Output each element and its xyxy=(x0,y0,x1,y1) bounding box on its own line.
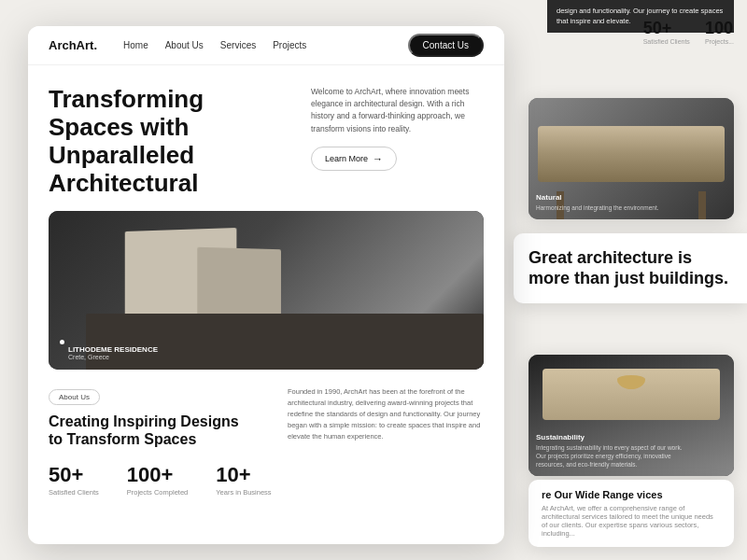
nav-links: Home About Us Services Projects xyxy=(123,40,408,50)
services-card: re Our Wide Range vices At ArchArt, we o… xyxy=(529,480,734,547)
stat-right-projects-label: Projects... xyxy=(705,38,734,45)
stat-clients-number: 50+ xyxy=(49,463,99,487)
about-pill[interactable]: About Us xyxy=(49,389,100,405)
nav-home[interactable]: Home xyxy=(123,40,148,50)
about-title-line1: Creating Inspiring Designs xyxy=(49,413,239,429)
sustainability-image-card: Sustainability Integrating sustainabilit… xyxy=(529,355,734,476)
natural-image-card: Natural Harmonizing and integrating the … xyxy=(529,98,734,219)
stat-right-clients-number: 50+ xyxy=(643,19,690,38)
location-name: LITHODEME RESIDENCE xyxy=(68,345,158,354)
sustainability-desc: Integrating sustainability into every as… xyxy=(536,443,685,469)
sustainability-label: Sustainability xyxy=(536,433,685,441)
stats-right: 50+ Satisfied Clients 100 Projects... xyxy=(643,19,734,45)
nav-services[interactable]: Services xyxy=(220,40,256,50)
about-title-line2: to Transform Spaces xyxy=(49,431,196,447)
natural-desc: Harmonizing and integrating the environm… xyxy=(536,203,659,212)
hero-title: Transforming Spaces with Unparalleled Ar… xyxy=(49,86,294,198)
table-leg-right xyxy=(698,191,706,219)
hero-desc-block: Welcome to ArchArt, where innovation mee… xyxy=(311,86,484,171)
stat-years-number: 10+ xyxy=(216,463,271,487)
stat-right-projects: 100 Projects... xyxy=(705,19,734,45)
dot-icon xyxy=(60,340,64,344)
stat-clients-label: Satisfied Clients xyxy=(49,488,99,497)
stat-right-clients: 50+ Satisfied Clients xyxy=(643,19,690,45)
nav-about[interactable]: About Us xyxy=(165,40,204,50)
stat-projects-label: Projects Completed xyxy=(127,488,188,497)
services-title: re Our Wide Range vices xyxy=(542,489,721,500)
navbar: ArchArt. Home About Us Services Projects… xyxy=(28,26,504,65)
contact-button[interactable]: Contact Us xyxy=(408,34,484,57)
bottom-card-bg: Sustainability Integrating sustainabilit… xyxy=(529,355,734,476)
about-left: About Us Creating Inspiring Designs to T… xyxy=(49,386,271,448)
about-title: Creating Inspiring Designs to Transform … xyxy=(49,413,271,448)
stat-years-label: Years in Business xyxy=(216,488,271,497)
image-location-label: LITHODEME RESIDENCE Crete, Greece xyxy=(60,339,158,360)
about-description: Founded in 1990, ArchArt has been at the… xyxy=(288,386,484,442)
hero-description: Welcome to ArchArt, where innovation mee… xyxy=(311,86,484,135)
hero-image: LITHODEME RESIDENCE Crete, Greece xyxy=(49,211,484,370)
quote-text: Great architecture is more than just bui… xyxy=(529,248,732,288)
stat-projects-number: 100+ xyxy=(127,463,188,487)
stat-right-clients-label: Satisfied Clients xyxy=(643,38,690,45)
stats-section: 50+ Satisfied Clients 100+ Projects Comp… xyxy=(28,448,504,497)
stat-projects: 100+ Projects Completed xyxy=(127,463,188,497)
about-right: Founded in 1990, ArchArt has been at the… xyxy=(288,386,484,448)
natural-label: Natural xyxy=(536,193,659,202)
sustainability-text-block: Sustainability Integrating sustainabilit… xyxy=(536,433,685,469)
mid-card-bg: Natural Harmonizing and integrating the … xyxy=(529,98,734,219)
table-shape xyxy=(538,126,725,182)
nav-projects[interactable]: Projects xyxy=(273,40,306,50)
hero-section: Transforming Spaces with Unparalleled Ar… xyxy=(28,65,504,198)
arrow-icon: → xyxy=(373,153,383,164)
services-desc: At ArchArt, we offer a comprehensive ran… xyxy=(542,504,721,538)
hero-title-block: Transforming Spaces with Unparalleled Ar… xyxy=(49,86,294,198)
learn-more-label: Learn More xyxy=(325,154,368,163)
main-website-card: ArchArt. Home About Us Services Projects… xyxy=(28,26,504,544)
right-panel: design and functionality. Our journey to… xyxy=(495,0,747,560)
learn-more-button[interactable]: Learn More → xyxy=(311,147,397,171)
stat-clients: 50+ Satisfied Clients xyxy=(49,463,99,497)
about-section: About Us Creating Inspiring Designs to T… xyxy=(28,370,504,448)
natural-text-block: Natural Harmonizing and integrating the … xyxy=(536,193,659,212)
location-sub: Crete, Greece xyxy=(68,354,158,360)
stat-years: 10+ Years in Business xyxy=(216,463,271,497)
brand-logo: ArchArt. xyxy=(49,38,97,52)
stat-right-projects-number: 100 xyxy=(705,19,734,38)
quote-card: Great architecture is more than just bui… xyxy=(514,233,747,303)
